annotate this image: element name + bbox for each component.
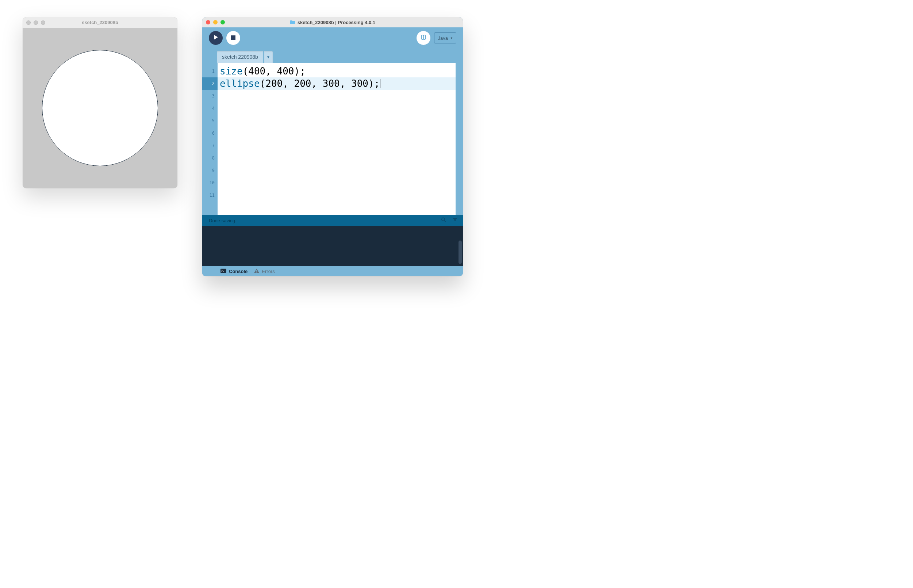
stop-button[interactable]	[226, 31, 240, 45]
errors-tab[interactable]: Errors	[254, 269, 275, 274]
console-scrollbar[interactable]	[459, 241, 462, 264]
gutter: 1234567891011	[202, 63, 218, 215]
status-bar: Done saving.	[202, 215, 463, 226]
mode-label: Java	[438, 36, 448, 41]
terminal-icon	[220, 269, 226, 274]
code-line[interactable]	[218, 127, 456, 139]
mode-select[interactable]: Java ▼	[434, 32, 456, 44]
editor-tab[interactable]: sketch 220908b	[217, 51, 263, 63]
status-message: Done saving.	[209, 218, 236, 223]
bottom-tab-strip: Console Errors	[202, 266, 463, 276]
code-line[interactable]	[218, 177, 456, 189]
ide-window-title-wrap: sketch_220908b | Processing 4.0.1	[202, 20, 463, 25]
svg-rect-0	[231, 36, 236, 40]
line-number: 5	[202, 115, 218, 127]
line-number: 8	[202, 152, 218, 164]
butterfly-icon	[420, 34, 427, 42]
svg-line-3	[444, 220, 446, 222]
stop-icon	[231, 35, 236, 41]
svg-point-2	[442, 218, 444, 221]
svg-rect-5	[220, 269, 226, 273]
collapse-icon[interactable]	[452, 217, 458, 224]
chevron-down-icon: ▼	[450, 37, 453, 40]
line-number: 6	[202, 127, 218, 139]
sketch-window-title: sketch_220908b	[23, 20, 178, 25]
code-line[interactable]: size(400, 400);	[218, 65, 456, 78]
search-icon[interactable]	[441, 217, 446, 224]
line-number: 9	[202, 164, 218, 177]
ide-toolbar: Java ▼	[202, 27, 463, 48]
line-number: 11	[202, 189, 218, 202]
code-line[interactable]	[218, 164, 456, 177]
rendered-ellipse	[42, 50, 158, 166]
code-line[interactable]	[218, 139, 456, 152]
ide-window-title: sketch_220908b | Processing 4.0.1	[297, 20, 375, 25]
ide-window: sketch_220908b | Processing 4.0.1	[202, 17, 463, 276]
chevron-down-icon: ▼	[267, 55, 270, 59]
code-line[interactable]	[218, 152, 456, 164]
sketch-titlebar[interactable]: sketch_220908b	[23, 17, 178, 28]
debug-button[interactable]	[417, 31, 430, 45]
line-number: 10	[202, 177, 218, 189]
console-tab[interactable]: Console	[220, 269, 247, 274]
run-button[interactable]	[209, 31, 223, 45]
text-cursor	[380, 79, 380, 88]
code-line[interactable]	[218, 189, 456, 202]
line-number: 2	[202, 78, 218, 90]
editor-tab-label: sketch 220908b	[222, 54, 258, 60]
line-number: 4	[202, 102, 218, 115]
ide-titlebar[interactable]: sketch_220908b | Processing 4.0.1	[202, 17, 463, 27]
warning-icon	[254, 269, 259, 274]
tab-strip: sketch 220908b ▼	[202, 48, 463, 63]
editor-area: 1234567891011 size(400, 400);ellipse(200…	[202, 63, 463, 215]
line-number: 7	[202, 139, 218, 152]
code-editor[interactable]: size(400, 400);ellipse(200, 200, 300, 30…	[218, 63, 456, 215]
code-line[interactable]: ellipse(200, 200, 300, 300);	[218, 78, 456, 90]
sketch-output-window: sketch_220908b	[23, 17, 178, 188]
line-number: 1	[202, 65, 218, 78]
svg-rect-8	[256, 272, 257, 273]
console-output[interactable]	[202, 226, 463, 266]
svg-rect-7	[256, 270, 257, 271]
tab-menu-button[interactable]: ▼	[264, 51, 273, 63]
line-number: 3	[202, 90, 218, 102]
play-icon	[213, 35, 218, 41]
errors-tab-label: Errors	[262, 269, 275, 274]
folder-icon	[290, 20, 295, 24]
sketch-canvas	[23, 28, 178, 188]
code-line[interactable]	[218, 102, 456, 115]
console-tab-label: Console	[229, 269, 247, 274]
code-line[interactable]	[218, 115, 456, 127]
code-line[interactable]	[218, 90, 456, 102]
